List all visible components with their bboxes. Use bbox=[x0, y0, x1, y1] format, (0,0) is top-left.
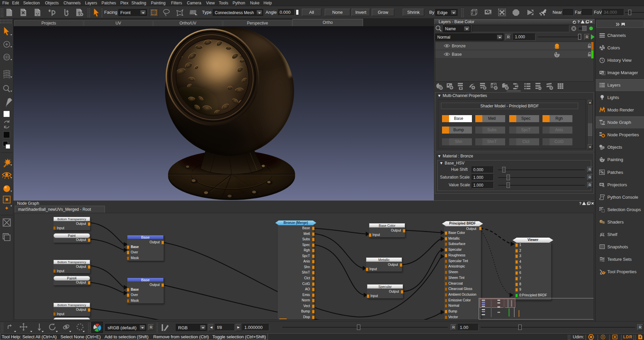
svg-text:?: ? bbox=[579, 201, 581, 205]
svg-text:?: ? bbox=[577, 20, 580, 24]
